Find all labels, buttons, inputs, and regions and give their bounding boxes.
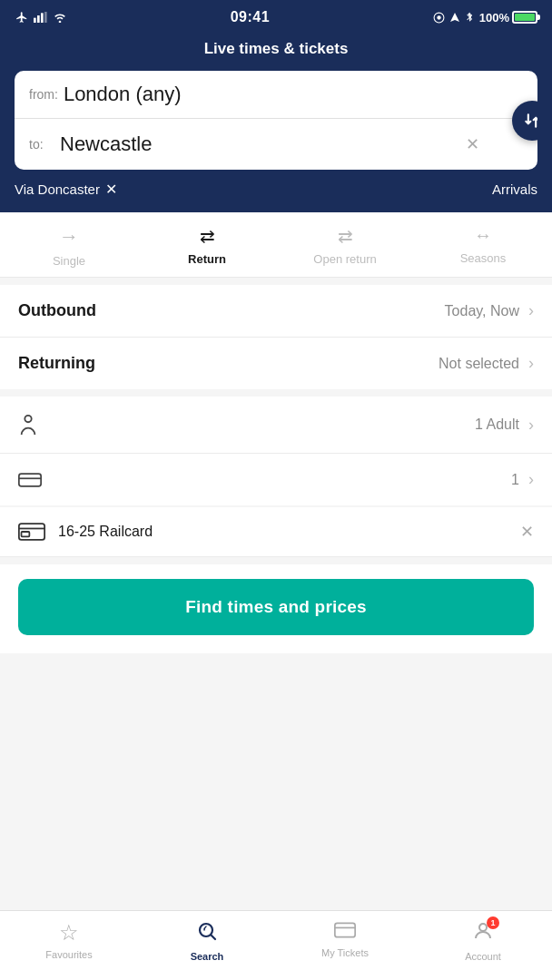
svg-rect-0 (34, 18, 36, 23)
from-label: from: (29, 87, 58, 102)
nav-search[interactable]: Search (138, 920, 276, 962)
tab-seasons-label: Seasons (460, 251, 507, 265)
svg-rect-1 (37, 15, 40, 23)
search-svg (196, 920, 218, 942)
battery-block: 100% (479, 11, 537, 24)
my-tickets-icon (334, 920, 356, 944)
tab-return[interactable]: ⇄ Return (138, 225, 276, 268)
svg-rect-7 (19, 474, 41, 486)
outbound-row[interactable]: Outbound Today, Now › (0, 285, 552, 338)
outbound-value: Today, Now (445, 303, 519, 319)
nav-my-tickets[interactable]: My Tickets (276, 920, 414, 962)
railcard-remove-icon[interactable]: ✕ (520, 522, 534, 542)
route-input-group: from: London (any) to: Newcastle ✕ (15, 71, 537, 170)
railcard-count-row[interactable]: 1 › (0, 454, 552, 505)
outbound-value-group: Today, Now › (445, 301, 534, 320)
battery-pct: 100% (479, 11, 509, 24)
single-icon: → (59, 225, 79, 249)
to-value: Newcastle (60, 132, 462, 156)
header: Live times & tickets from: London (any) … (0, 31, 552, 212)
railcard-name: 16-25 Railcard (58, 524, 508, 540)
returning-value: Not selected (439, 356, 519, 372)
passengers-chevron: › (528, 416, 534, 435)
nav-account[interactable]: 1 Account (414, 920, 552, 962)
via-text: Via Doncaster (15, 181, 100, 197)
nav-favourites[interactable]: ☆ Favourites (0, 920, 138, 962)
via-tag[interactable]: Via Doncaster ✕ (15, 181, 117, 198)
status-bar: 09:41 100% (0, 0, 552, 31)
svg-point-15 (479, 924, 487, 931)
passengers-value-group: 1 Adult › (475, 416, 534, 435)
person-icon (18, 413, 38, 436)
plane-icon (15, 11, 29, 24)
account-badge: 1 (487, 916, 499, 929)
find-button-wrap: Find times and prices (0, 564, 552, 653)
header-bottom: Via Doncaster ✕ Arrivals (15, 181, 537, 198)
passengers-icon-group (18, 413, 38, 436)
tab-return-label: Return (188, 252, 226, 266)
returning-label: Returning (18, 354, 95, 373)
tab-single-label: Single (53, 254, 85, 268)
header-title: Live times & tickets (15, 40, 537, 58)
via-remove-icon[interactable]: ✕ (105, 181, 117, 198)
railcard-count-icon-group (18, 472, 42, 488)
railcard-section: 16-25 Railcard ✕ (0, 507, 552, 557)
passengers-section: 1 Adult › 1 › (0, 397, 552, 505)
nav-my-tickets-label: My Tickets (321, 947, 369, 958)
status-time: 09:41 (231, 9, 270, 25)
railcard-count-value: 1 (511, 472, 519, 488)
seasons-icon: ↔ (474, 225, 492, 246)
from-value: London (any) (64, 83, 523, 106)
status-left (15, 11, 67, 24)
wifi-icon (53, 12, 67, 23)
my-tickets-svg (334, 922, 356, 938)
account-icon: 1 (472, 920, 494, 947)
svg-rect-13 (335, 923, 355, 936)
search-icon (196, 920, 218, 947)
bottom-nav: ☆ Favourites Search My Tickets (0, 910, 552, 980)
outbound-label: Outbound (18, 301, 96, 320)
nav-account-label: Account (465, 951, 501, 962)
tab-seasons[interactable]: ↔ Seasons (414, 225, 552, 268)
railcard-row: 16-25 Railcard ✕ (0, 507, 552, 557)
signal-icon (34, 12, 48, 23)
return-icon: ⇄ (200, 225, 215, 247)
returning-row[interactable]: Returning Not selected › (0, 338, 552, 389)
tab-open-return-label: Open return (313, 252, 376, 266)
clear-destination-icon[interactable]: ✕ (462, 131, 483, 158)
status-right: 100% (433, 11, 537, 24)
nav-search-label: Search (191, 951, 224, 962)
railcard-count-value-group: 1 › (511, 470, 534, 489)
to-label: to: (29, 137, 54, 152)
find-times-button[interactable]: Find times and prices (18, 579, 534, 635)
journey-form: Outbound Today, Now › Returning Not sele… (0, 285, 552, 389)
battery-icon (512, 11, 537, 24)
swap-icon (523, 112, 537, 130)
nav-favourites-label: Favourites (45, 949, 92, 960)
svg-rect-2 (41, 13, 44, 23)
railcard-icon (18, 523, 45, 541)
from-row[interactable]: from: London (any) (15, 71, 537, 118)
navigation-icon (449, 12, 460, 23)
svg-point-6 (25, 416, 31, 422)
tab-single[interactable]: → Single (0, 225, 138, 268)
to-row[interactable]: to: Newcastle ✕ (15, 118, 537, 170)
passengers-row[interactable]: 1 Adult › (0, 397, 552, 454)
open-return-icon: ⇄ (338, 225, 353, 247)
location-icon (433, 12, 445, 24)
favourites-icon: ☆ (59, 920, 79, 946)
svg-rect-3 (44, 12, 47, 23)
returning-value-group: Not selected › (439, 354, 534, 373)
ticket-tabs: → Single ⇄ Return ⇄ Open return ↔ Season… (0, 212, 552, 278)
tab-open-return[interactable]: ⇄ Open return (276, 225, 414, 268)
bluetooth-icon (465, 11, 475, 24)
arrivals-link[interactable]: Arrivals (492, 181, 537, 197)
outbound-chevron: › (528, 301, 534, 320)
railcard-count-chevron: › (528, 470, 534, 489)
ticket-icon (18, 472, 42, 488)
svg-point-5 (437, 15, 440, 19)
svg-rect-11 (22, 532, 30, 536)
returning-chevron: › (528, 354, 534, 373)
passengers-value: 1 Adult (475, 416, 519, 433)
